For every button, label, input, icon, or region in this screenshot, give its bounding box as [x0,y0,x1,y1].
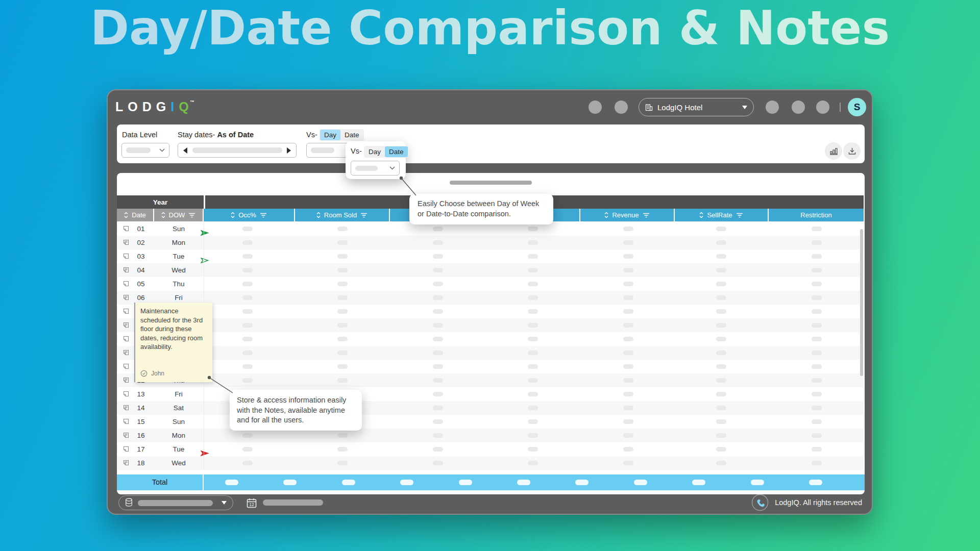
note-icon[interactable] [123,226,129,232]
column-header-dow[interactable]: DOW [154,209,204,221]
row-note-icon-wrap[interactable] [123,226,129,233]
hotel-selector-dropdown[interactable]: LodgIQ Hotel [639,98,754,116]
note-icon[interactable] [123,460,129,466]
table-row-05[interactable]: 05Thu [117,277,864,291]
table-row-14[interactable]: 14Sat [117,401,864,415]
sticky-note[interactable]: Maintenance scheduled for the 3rd floor … [134,303,212,382]
previous-date-arrow-icon[interactable] [183,147,187,154]
note-icon[interactable] [123,253,129,259]
note-icon[interactable] [123,349,129,356]
table-row-07[interactable]: 07Sat [117,305,864,318]
row-note-icon-wrap[interactable] [123,460,129,467]
row-note-icon-wrap[interactable] [123,391,129,398]
row-note-icon-wrap[interactable] [123,446,129,454]
row-note-icon-wrap[interactable] [123,336,129,343]
sort-icon[interactable] [316,211,321,219]
table-row-17[interactable]: 17Tue [117,442,864,456]
filter-icon[interactable] [260,213,267,218]
column-header-date[interactable]: Date [117,209,154,221]
table-row-04[interactable]: 04Wed [117,263,864,277]
note-icon[interactable] [123,446,129,452]
row-note-icon-wrap[interactable] [123,308,129,316]
note-icon[interactable] [123,377,129,383]
placeholder-cell-value [528,268,538,272]
vertical-scrollbar[interactable] [860,229,863,376]
sort-icon[interactable] [161,211,165,219]
row-note-icon-wrap[interactable] [123,267,129,274]
toggle-day[interactable]: Day [320,130,340,140]
row-note-icon-wrap[interactable] [123,432,129,440]
row-note-icon-wrap[interactable] [123,253,129,261]
row-note-icon-wrap[interactable] [123,239,129,247]
note-icon[interactable] [123,363,129,369]
sort-icon[interactable] [604,211,608,219]
table-row-06[interactable]: 06Fri [117,291,864,305]
user-avatar[interactable]: S [848,98,866,116]
table-row-11[interactable]: 11Wed [117,360,864,373]
column-header-occ-[interactable]: Occ% [204,209,295,221]
filter-icon[interactable] [360,213,368,218]
table-row-12[interactable]: 12Thu [117,373,864,387]
as-of-date-text: As of Date [217,131,254,139]
sort-icon[interactable] [699,211,703,219]
filter-icon[interactable] [188,213,195,218]
toolbar-icon-placeholder-2[interactable] [615,101,628,114]
toolbar-icon-placeholder-1[interactable] [589,101,602,114]
stay-dates-control[interactable] [178,143,297,158]
row-note-icon-wrap[interactable] [123,322,129,330]
filter-icon[interactable] [736,213,743,218]
column-header-sellrate[interactable]: SellRate [675,209,769,221]
data-level-select[interactable] [121,143,169,158]
note-icon[interactable] [123,405,129,411]
column-header-restriction[interactable]: Restriction [769,209,864,221]
row-note-icon-wrap[interactable] [123,377,129,385]
note-icon[interactable] [123,294,129,300]
note-icon[interactable] [123,239,129,245]
row-note-icon-wrap[interactable] [123,418,129,426]
column-header-room-sold[interactable]: Room Sold [295,209,390,221]
popup-toggle-date[interactable]: Date [385,146,408,157]
drag-handle[interactable] [450,181,532,185]
row-note-icon-wrap[interactable] [123,281,129,288]
table-row-03[interactable]: 03Tue [117,249,864,263]
note-icon[interactable] [123,281,129,287]
note-icon[interactable] [123,267,129,273]
toolbar-icon-placeholder-3[interactable] [766,101,779,114]
column-header-revenue[interactable]: Revenue [580,209,675,221]
next-date-arrow-icon[interactable] [287,147,291,154]
toolbar-icon-placeholder-4[interactable] [792,101,805,114]
download-button[interactable] [843,142,861,160]
row-note-icon-wrap[interactable] [123,294,129,302]
note-icon[interactable] [123,322,129,328]
sort-icon[interactable] [124,211,128,219]
table-row-09[interactable]: 09Mon [117,332,864,346]
toolbar-icon-placeholder-5[interactable] [816,101,829,114]
placeholder-cell-value [528,309,538,314]
table-row-13[interactable]: 13Fri [117,387,864,401]
calendar-icon[interactable]: 12 [247,498,257,508]
row-note-icon-wrap[interactable] [123,405,129,412]
table-row-16[interactable]: 16Mon [117,429,864,442]
table-row-18[interactable]: 18Wed [117,456,864,470]
chart-view-button[interactable] [825,142,842,160]
note-icon[interactable] [123,432,129,438]
note-icon[interactable] [123,308,129,314]
note-icon[interactable] [123,391,129,397]
column-label: Revenue [612,211,639,219]
filter-icon[interactable] [643,213,650,218]
popup-toggle-day[interactable]: Day [364,146,385,157]
note-icon[interactable] [123,336,129,342]
sort-icon[interactable] [231,211,235,219]
footer-data-source-dropdown[interactable] [118,495,233,510]
row-note-icon-wrap[interactable] [123,349,129,357]
table-row-15[interactable]: 15Sun [117,415,864,429]
popup-select[interactable] [351,161,400,176]
row-note-icon-wrap[interactable] [123,363,129,371]
table-row-08[interactable]: 08Sun [117,318,864,332]
placeholder-cell-value [242,378,253,383]
table-row-10[interactable]: 10Tue [117,346,864,360]
toggle-date[interactable]: Date [340,130,363,140]
note-icon[interactable] [123,418,129,424]
top-bar: LODGIQ™ LodgIQ Hotel S [108,90,872,124]
table-row-02[interactable]: 02Mon [117,236,864,249]
